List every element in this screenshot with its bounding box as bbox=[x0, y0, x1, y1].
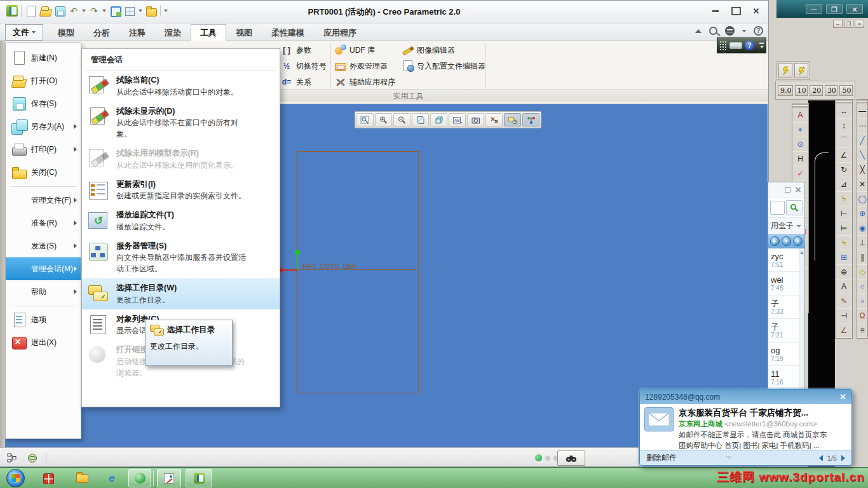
qq-close-button[interactable]: ✕ bbox=[795, 186, 801, 194]
zoom-out-button[interactable] bbox=[393, 113, 410, 126]
browser-toggle[interactable] bbox=[24, 451, 41, 466]
toolbar-icon[interactable]: ⊢ bbox=[836, 207, 852, 221]
toolbar-icon[interactable]: ◇ bbox=[857, 265, 867, 280]
toolbar-icon[interactable]: ↻ bbox=[836, 163, 852, 177]
dim-lightning-edit-icon[interactable] bbox=[794, 63, 808, 78]
toolbar-icon[interactable]: ⊣ bbox=[836, 309, 852, 323]
toolbar-icon[interactable]: ✕ bbox=[857, 177, 867, 192]
search-button[interactable] bbox=[786, 200, 803, 215]
help-icon[interactable]: ? bbox=[754, 26, 763, 36]
spin-center-button[interactable] bbox=[522, 113, 539, 126]
ribbon-command[interactable]: ½ 切换符号 bbox=[280, 59, 327, 73]
toolbar-icon[interactable]: ╳ bbox=[857, 163, 867, 177]
bg-maximize-button[interactable]: ❐ bbox=[826, 4, 843, 14]
file-menu-item[interactable]: 管理文件(F) bbox=[6, 189, 81, 212]
file-menu-item[interactable]: 准备(R) bbox=[6, 212, 81, 234]
zoom-in-button[interactable] bbox=[375, 113, 392, 126]
toolbar-icon[interactable]: ╲ bbox=[857, 148, 867, 163]
file-menu-item[interactable] bbox=[6, 184, 81, 189]
file-menu-item[interactable]: 另存为(A) bbox=[6, 115, 81, 138]
start-button[interactable] bbox=[6, 469, 25, 487]
toolbar-icon[interactable]: ϟ bbox=[836, 192, 852, 207]
toolbar-grip[interactable] bbox=[836, 100, 852, 104]
doc-close-button[interactable]: × bbox=[855, 20, 864, 28]
minimize-button[interactable] bbox=[710, 6, 721, 16]
file-menu-item[interactable]: 管理会话(M) bbox=[6, 257, 81, 280]
search-icon[interactable] bbox=[709, 27, 717, 35]
toolbar-grip[interactable] bbox=[857, 100, 867, 104]
mail-subject[interactable]: 京东服装百货平台 千家店铺齐贺... bbox=[679, 407, 846, 419]
toolbar-icon[interactable]: ⌒ bbox=[836, 133, 852, 148]
ribbon-command[interactable]: 导入配置文件编辑器 bbox=[402, 59, 485, 73]
text-size-button[interactable]: 10 bbox=[795, 85, 808, 96]
toolbar-icon[interactable]: ⊙ bbox=[792, 137, 808, 152]
file-menu-item[interactable]: 打印(P) bbox=[6, 138, 81, 161]
file-menu-item[interactable]: 保存(S) bbox=[6, 92, 81, 115]
ribbon-tab[interactable]: 渲染 bbox=[155, 24, 191, 41]
file-menu-item[interactable] bbox=[6, 303, 81, 308]
previous-mail-icon[interactable] bbox=[819, 455, 823, 461]
ribbon-tab[interactable]: 应用程序 bbox=[314, 24, 366, 41]
dim-lightning-icon[interactable] bbox=[778, 63, 792, 78]
toolbar-icon[interactable]: ◉ bbox=[857, 221, 867, 236]
toolbar-icon[interactable]: ⊕ bbox=[857, 207, 867, 221]
model-tree-toggle[interactable] bbox=[4, 451, 20, 466]
toolbar-icon[interactable]: ∥ bbox=[857, 250, 867, 265]
taskbar-item-viewer[interactable] bbox=[40, 470, 57, 487]
find-button[interactable] bbox=[557, 451, 585, 466]
close-button[interactable]: ✕ bbox=[750, 6, 762, 16]
delete-mail-link[interactable]: 删除邮件 bbox=[646, 452, 677, 463]
toolbar-icon[interactable]: ⊕ bbox=[836, 265, 852, 280]
expand-button[interactable]: ▼ bbox=[782, 236, 791, 246]
repaint-button[interactable] bbox=[412, 113, 429, 126]
csys-y-handle[interactable] bbox=[295, 250, 300, 255]
submenu-item[interactable]: 拭除未用的模型表示(R) 从此会话中移除未使用的简化表示。 bbox=[82, 144, 280, 175]
app-box-selector[interactable]: 用盒子 bbox=[768, 218, 804, 234]
chevron-down-icon[interactable] bbox=[726, 456, 732, 459]
toolbar-icon[interactable]: A bbox=[792, 108, 808, 123]
toolbar-icon[interactable]: ≡ bbox=[857, 323, 867, 338]
taskbar-item-360[interactable] bbox=[128, 469, 151, 487]
doc-restore-button[interactable]: ❐ bbox=[844, 20, 853, 28]
toolbar-icon[interactable]: ∠ bbox=[836, 148, 852, 163]
bg-close-button[interactable]: ✕ bbox=[846, 4, 863, 14]
submenu-item[interactable]: 播放追踪文件(T) 播放追踪文件。 bbox=[82, 205, 280, 236]
toolbar-icon[interactable]: ✓ bbox=[792, 166, 808, 181]
play-button[interactable]: ▶ bbox=[770, 236, 780, 246]
toolbar-icon[interactable]: A bbox=[836, 280, 852, 294]
qq-search-input[interactable] bbox=[770, 201, 785, 215]
taskbar-item-cad[interactable] bbox=[157, 469, 181, 487]
ribbon-command[interactable]: 辅助应用程序 bbox=[334, 75, 395, 89]
file-menu-item[interactable]: 退出(X) bbox=[6, 331, 81, 354]
taskbar-item-ie[interactable]: e bbox=[104, 470, 120, 487]
toolbar-icon[interactable]: ○ bbox=[857, 280, 867, 294]
text-size-button[interactable]: 30 bbox=[825, 85, 838, 96]
toolbar-icon[interactable]: ⋯ bbox=[857, 119, 867, 133]
keyboard-icon[interactable] bbox=[729, 42, 742, 49]
toolbar-icon[interactable]: ∘ bbox=[857, 294, 867, 309]
ribbon-tab[interactable]: 分析 bbox=[84, 24, 119, 41]
toolbar-icon[interactable]: ϟ bbox=[836, 236, 852, 250]
help-icon[interactable]: ? bbox=[745, 41, 754, 50]
bg-minimize-button[interactable]: ─ bbox=[806, 4, 822, 14]
file-menu-item[interactable]: 选项 bbox=[6, 308, 81, 331]
close-icon[interactable]: ✕ bbox=[839, 392, 846, 402]
chevron-down-icon[interactable] bbox=[742, 30, 746, 32]
file-menu-item[interactable]: 帮助 bbox=[6, 280, 81, 303]
saved-views-button[interactable]: AB bbox=[449, 113, 466, 126]
sketch-outline[interactable] bbox=[297, 151, 419, 393]
ribbon-tab[interactable]: 柔性建模 bbox=[262, 24, 314, 41]
text-size-button[interactable]: 50 bbox=[839, 85, 853, 96]
command-locator-icon[interactable] bbox=[725, 26, 735, 36]
file-menu-item[interactable]: 打开(O) bbox=[6, 69, 81, 92]
submenu-item[interactable]: 选择工作目录(W) 更改工作目录。 bbox=[82, 278, 280, 309]
toolbar-grip[interactable] bbox=[792, 104, 808, 108]
toolbar-icon[interactable]: ⊞ bbox=[836, 250, 852, 265]
text-size-button[interactable]: 9.0 bbox=[778, 85, 793, 96]
text-size-button[interactable]: 20 bbox=[810, 85, 823, 96]
mail-sender-name[interactable]: 京东网上商城 bbox=[679, 420, 722, 428]
submenu-item[interactable]: 服务器管理(S) 向文件夹导航器中添加服务器并设置活动工作区域。 bbox=[82, 236, 280, 279]
ribbon-command[interactable]: 外观管理器 bbox=[334, 59, 395, 73]
capture-button[interactable] bbox=[467, 113, 484, 126]
file-menu-item[interactable]: 关闭(C) bbox=[6, 161, 81, 184]
